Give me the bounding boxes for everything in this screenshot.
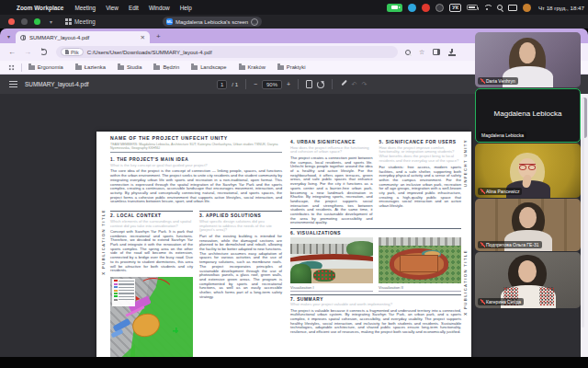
video-tile-podpriatova-olha[interactable]: Подпрятова Ольга ГЕ-31 [475, 199, 581, 251]
glasses [519, 164, 536, 169]
share-options-icon[interactable]: … [251, 18, 258, 26]
toolbar-divider [298, 79, 299, 89]
screen-share-indicator[interactable]: ML Magdalena Lebiocka's screen … [163, 17, 262, 27]
letterbox-band [0, 357, 588, 368]
zoom-in-button[interactable]: + [287, 81, 290, 87]
menubar-clock[interactable]: Чт 18 груд., 18:47 [538, 5, 584, 11]
pdf-menu-icon[interactable] [9, 81, 17, 87]
new-tab-button[interactable]: + [156, 32, 161, 40]
participant-name: Катерина Сегіда [486, 299, 521, 305]
file-chip-label: Plik [71, 50, 79, 55]
bookmark-label: Praktyki [287, 64, 306, 70]
meeting-tab[interactable]: Meeting [65, 18, 96, 25]
reload-button[interactable] [40, 49, 47, 55]
bookmark-label: Ergonomia [38, 64, 63, 70]
tab-search-chevron-icon[interactable]: ▾ [7, 33, 10, 40]
close-tab-icon[interactable]: ✕ [141, 34, 145, 41]
page-number-input[interactable]: 1 [217, 80, 227, 89]
folder-icon [28, 65, 35, 70]
video-tile-kateryna-sehida[interactable]: Катерина Сегіда [475, 252, 581, 308]
annotate-button[interactable] [340, 81, 347, 88]
zoom-out-button[interactable]: − [254, 81, 257, 87]
menu-edit[interactable]: Edit [129, 5, 139, 11]
zoom-level-input[interactable]: 90% [262, 80, 282, 89]
apps-grid-icon[interactable] [8, 64, 15, 71]
video-tile-alina-pancewicz[interactable]: Alina Pancewicz [475, 144, 581, 198]
section-7-body: The project is valuable because it conne… [290, 309, 461, 335]
notification-app-icon[interactable] [422, 4, 430, 12]
video-tile-magdalena-lebiocka[interactable]: Magdalena Lebiocka Magdalena Lebiocka [475, 88, 581, 143]
visualization-2-figure: Visualization II [379, 237, 461, 292]
bookmark-folder-ergonomia[interactable]: Ergonomia [28, 64, 63, 70]
visualization-1-figure: Visualization I [290, 237, 373, 292]
chevron-down-icon[interactable]: ▾ [50, 18, 52, 25]
window-close-button[interactable] [8, 18, 15, 25]
window-zoom-button[interactable] [34, 18, 40, 25]
folder-icon [153, 65, 160, 70]
embroidery-pattern [539, 287, 554, 305]
file-scheme-chip[interactable]: Plik [61, 48, 84, 56]
file-icon [65, 50, 69, 54]
undo-button[interactable]: ↶ [352, 81, 357, 88]
section-3: 3. APPLIED SOLUTIONS What specific desig… [199, 208, 282, 357]
section-6-title: 6. VISUALIZATIONS [290, 231, 461, 236]
section-7-question: What makes your project valuable and wor… [290, 303, 461, 307]
participant-display-name: Magdalena Lebiocka [476, 109, 580, 118]
camera-active-icon[interactable] [387, 4, 402, 12]
section-7: 7. SUMMARY What makes your project valua… [290, 294, 461, 335]
participant-nameplate: Alina Pancewicz [478, 188, 522, 195]
display-mirroring-icon[interactable] [508, 5, 517, 11]
participant-nameplate: Magdalena Lebiocka [479, 132, 526, 139]
forward-button[interactable]: → [24, 48, 31, 56]
mic-muted-icon [481, 300, 484, 305]
menu-app-name[interactable]: Zoom Workplace [17, 5, 63, 11]
section-2: 2. LOCAL CONTEXT Which elements of the s… [110, 208, 193, 357]
downloads-icon[interactable] [448, 49, 456, 56]
address-bar[interactable]: Plik C:/Users/User/Downloads/SUMMARY_lay… [56, 46, 398, 58]
section-2-body: Concept with Sarzhyn Yar Park. It is par… [110, 230, 193, 273]
map-park-overlay-2 [110, 344, 135, 357]
bookmark-star-icon[interactable]: ☆ [419, 49, 424, 56]
section-5-title: 5. SIGNIFICANCE FOR USERS [379, 140, 462, 144]
right-rail-label-bottom: X PUBLICATION TITLE [463, 249, 468, 316]
telegram-icon[interactable] [408, 4, 416, 12]
visualization-1-image [290, 237, 373, 283]
bookmark-folder-lazienka[interactable]: Łazienka [75, 64, 106, 70]
fit-page-button[interactable] [306, 80, 312, 88]
menu-view[interactable]: View [106, 5, 119, 11]
side-panel-icon[interactable] [433, 49, 440, 55]
spotlight-search-icon[interactable] [497, 5, 503, 10]
bookmark-folder-krakow[interactable]: Kraków [239, 64, 266, 70]
tab-title: SUMMARY_layout-4.pdf [29, 35, 137, 40]
menu-meeting[interactable]: Meeting [74, 5, 96, 11]
bookmark-folder-praktyki[interactable]: Praktyki [277, 64, 306, 70]
folder-icon [118, 65, 124, 70]
menu-help[interactable]: Help [180, 5, 192, 11]
zoom-page-icon[interactable] [405, 50, 411, 55]
meeting-tab-label: Meeting [74, 18, 96, 25]
bookmark-label: Studia [127, 64, 141, 70]
keyboard-layout-badge[interactable]: УК [449, 4, 461, 12]
rotate-button[interactable] [317, 81, 324, 88]
browser-tab-pdf[interactable]: SUMMARY_layout-4.pdf ✕ [16, 31, 150, 43]
menu-window[interactable]: Window [149, 5, 170, 11]
section-3-title: 3. APPLIED SOLUTIONS [199, 213, 282, 218]
bookmark-folder-studia[interactable]: Studia [118, 64, 141, 70]
video-tile-daria-venhryn[interactable]: Daria Venhryn [475, 32, 581, 87]
mic-muted-icon [481, 190, 484, 194]
redo-button[interactable]: ↷ [361, 81, 367, 88]
video-panel-scrollbar[interactable] [582, 98, 584, 328]
bookmark-folder-bedzin[interactable]: Będzin [153, 64, 179, 70]
section-7-title: 7. SUMMARY [290, 297, 461, 302]
back-button[interactable]: ← [8, 48, 16, 56]
bookmark-folder-landscape[interactable]: Landscape [191, 64, 226, 70]
window-minimize-button[interactable] [21, 18, 28, 25]
folder-icon [75, 65, 82, 70]
wifi-icon[interactable] [483, 5, 492, 11]
app-status-icon[interactable] [435, 4, 444, 12]
section-1-body: The core idea of the project is the conc… [110, 169, 282, 204]
section-4: 4. URBAN SIGNIFICANCE How does the proje… [290, 135, 373, 225]
status-dot-icon[interactable] [523, 4, 531, 12]
bookmark-label: Landscape [200, 64, 226, 70]
battery-icon[interactable] [467, 5, 478, 10]
